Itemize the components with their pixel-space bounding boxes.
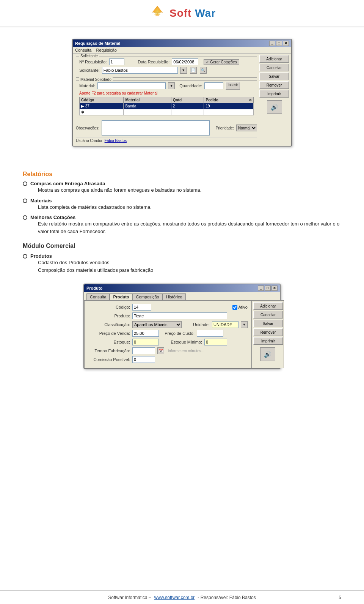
prod-unidade-input[interactable] [212, 321, 238, 328]
obs-input[interactable] [102, 120, 210, 136]
prod-estoque-input[interactable] [132, 339, 159, 345]
maximize-btn[interactable]: □ [276, 41, 282, 46]
prod-minimize-btn[interactable]: _ [258, 285, 264, 291]
window-title: Requisição de Material [75, 41, 120, 46]
inserir-btn[interactable]: Inserir [226, 82, 240, 90]
tab-historico[interactable]: Histórico [163, 293, 186, 300]
cell-pedido: 19 [204, 103, 247, 109]
solicitante-input[interactable] [102, 67, 178, 74]
logo-text: Soft War [169, 7, 216, 19]
list-item-compras: Compras com Entrega Atrasada Mostra as c… [23, 181, 341, 194]
cancelar-btn[interactable]: Cancelar [259, 64, 289, 71]
solicitante-doc-btn[interactable]: 📄 [190, 67, 197, 74]
prod-remover-btn[interactable]: Remover [253, 328, 283, 336]
list-item-materiais: Materiais Lista completa de matérias cad… [23, 198, 341, 211]
tab-produto[interactable]: Produto [110, 293, 132, 300]
material-table: Código Material Qntd Pedido ✕ ▶ 37 Banda [79, 97, 254, 115]
material-browse-btn[interactable]: ▼ [168, 82, 175, 89]
solicitante-browse-btn[interactable]: ▼ [180, 67, 187, 74]
material-label: Material: [79, 84, 95, 88]
data-input[interactable] [172, 58, 198, 65]
item-title-1: Compras com Entrega Atrasada [30, 181, 201, 186]
prod-maximize-btn[interactable]: □ [265, 285, 271, 291]
bullet-circle-3 [23, 215, 27, 220]
produto-window: Produto _ □ ✕ Consulta Produto Composiçã… [83, 284, 281, 369]
prod-preco-custo-input[interactable] [197, 330, 223, 337]
material-group: Material Solicitado Material: ▼ Quantida… [76, 80, 257, 118]
tab-composicao[interactable]: Composição [133, 293, 163, 300]
table-row-new[interactable]: ✱ [80, 109, 254, 115]
prioridade-select[interactable]: Normal Alta Baixa [236, 125, 257, 131]
solicitante-search-btn[interactable]: 🔍 [200, 67, 207, 74]
prod-tempo-input[interactable] [132, 347, 155, 354]
item-title-3: Melhores Cotações [30, 214, 341, 220]
footer-link[interactable]: www.softwar.com.br [154, 595, 195, 600]
module-title: Módulo Comercial [23, 243, 341, 249]
menu-consulta[interactable]: Consulta [75, 48, 91, 52]
unidade-browse-btn[interactable]: ▼ [241, 321, 248, 328]
prod-comissao-input[interactable] [132, 356, 155, 363]
prod-estoque-min-input[interactable] [204, 339, 227, 345]
quantidade-label: Quantidade: [179, 84, 202, 88]
salvar-btn[interactable]: Salvar [259, 73, 289, 80]
obs-row: Observações: Prioridade: Normal Alta Bai… [76, 120, 257, 136]
prod-produto-row: Produto: [88, 312, 248, 319]
menu-requisicao[interactable]: Requisição [96, 48, 116, 52]
nr-label: Nº Requisição: [79, 60, 107, 64]
prod-ativo-check[interactable]: Ativo [232, 305, 248, 310]
col-pedido: Pedido [204, 97, 247, 103]
prod-cancelar-btn[interactable]: Cancelar [253, 311, 283, 319]
prod-imprimir-btn[interactable]: Imprimir [253, 337, 283, 345]
col-material: Material [124, 97, 171, 103]
prod-produto-label: Produto: [88, 314, 130, 318]
prod-tempo-label: Tempo Fabricação: [88, 349, 130, 353]
gerar-cotacoes-btn[interactable]: ✓ Gerar Cotações [204, 59, 239, 65]
logo: Soft War [148, 4, 216, 22]
prod-salvar-btn[interactable]: Salvar [253, 320, 283, 327]
prod-adicionar-btn[interactable]: Adicionar [253, 302, 283, 310]
adicionar-btn[interactable]: Adicionar [259, 55, 289, 63]
prod-close-btn[interactable]: ✕ [271, 285, 278, 291]
prod-produto-input[interactable] [132, 312, 227, 319]
produto-titlebar: Produto _ □ ✕ [84, 284, 280, 292]
footer-page-number: 5 [339, 595, 341, 600]
item-content-1: Compras com Entrega Atrasada Mostra as c… [30, 181, 201, 194]
close-btn[interactable]: ✕ [283, 41, 289, 46]
cell-arrow: ▶ 37 [80, 103, 124, 109]
solicitante-group: Solicitante Nº Requisição: Data Requisiç… [76, 57, 257, 78]
titlebar-buttons: _ □ ✕ [269, 41, 289, 46]
minimize-btn[interactable]: _ [269, 41, 275, 46]
table-row[interactable]: ▶ 37 Banda 2 19 [80, 103, 254, 109]
tempo-calendar-btn[interactable]: 📅 [157, 347, 164, 354]
prod-codigo-input[interactable] [132, 304, 151, 311]
prod-class-select[interactable]: Aparelhos Móveis [132, 321, 182, 328]
tab-consulta[interactable]: Consulta [86, 293, 110, 300]
nr-input[interactable] [109, 58, 124, 65]
prod-codigo-row: Código: Ativo [88, 304, 248, 311]
prod-class-row: Classificação: Aparelhos Móveis Unidade:… [88, 321, 248, 328]
prod-ativo-checkbox[interactable] [232, 305, 237, 310]
bullet-circle-2 [23, 199, 27, 203]
cell-new: ✱ [80, 109, 124, 115]
produto-tabs: Consulta Produto Composição Histórico [84, 292, 280, 300]
prod-class-label: Classificação: [88, 322, 130, 327]
quantidade-input[interactable] [204, 82, 223, 89]
prod-preco-venda-input[interactable] [132, 330, 159, 337]
relatorios-list: Compras com Entrega Atrasada Mostra as c… [23, 181, 341, 235]
footer-text1: Softwar Informática – [108, 595, 151, 600]
solicitante-field-label: Solicitante: [79, 68, 100, 73]
speaker-icon: 🔊 [267, 100, 282, 114]
produto-window-title: Produto [86, 286, 102, 290]
cell-qntd: 2 [171, 103, 204, 109]
cell-del[interactable] [247, 103, 254, 109]
main-content: Requisição de Material _ □ ✕ Consulta Re… [0, 27, 364, 377]
item-desc-3: Este relatório mostra um comparativo ent… [38, 220, 341, 235]
prod-comissao-row: Comissão Possível: [88, 356, 248, 363]
hint-text: Aperte F2 para pesquisa ou cadastrar Mat… [79, 91, 254, 95]
remover-btn[interactable]: Remover [259, 81, 289, 89]
bullet-circle-mod1 [23, 254, 27, 259]
imprimir-btn[interactable]: Imprimir [259, 90, 289, 98]
relatorios-section: Relatórios Compras com Entrega Atrasada … [23, 171, 341, 235]
material-input[interactable] [97, 82, 166, 89]
item-content-2: Materiais Lista completa de matérias cad… [30, 198, 152, 211]
